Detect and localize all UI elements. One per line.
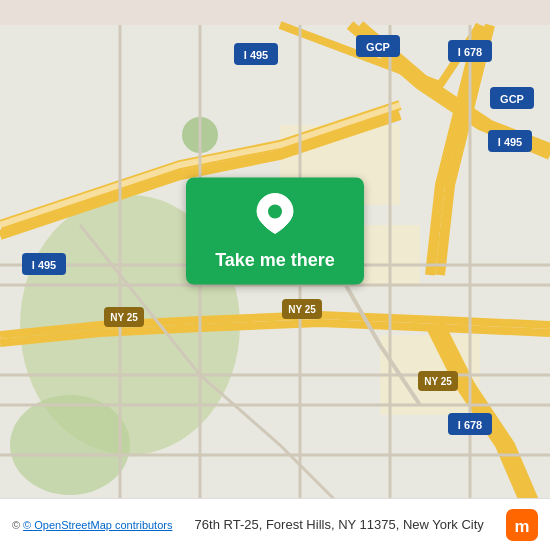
- svg-text:GCP: GCP: [366, 41, 390, 53]
- take-me-there-label: Take me there: [215, 250, 335, 271]
- location-pin-icon: [255, 192, 295, 242]
- svg-text:I 678: I 678: [458, 46, 482, 58]
- svg-text:m: m: [515, 516, 530, 535]
- svg-text:I 495: I 495: [32, 259, 56, 271]
- svg-point-27: [268, 205, 282, 219]
- osm-link[interactable]: © OpenStreetMap contributors: [23, 519, 172, 531]
- svg-point-2: [10, 395, 130, 495]
- map-attribution: © © OpenStreetMap contributors: [12, 519, 172, 531]
- copyright-symbol: ©: [12, 519, 20, 531]
- svg-text:I 495: I 495: [498, 136, 522, 148]
- svg-text:NY 25: NY 25: [110, 312, 138, 323]
- svg-text:I 678: I 678: [458, 419, 482, 431]
- take-me-there-button[interactable]: Take me there: [186, 178, 364, 285]
- map-container: I 495 I 495 I 495 I 678 I 678 GCP GCP NY…: [0, 0, 550, 550]
- moovit-logo: m: [506, 509, 538, 541]
- svg-text:GCP: GCP: [500, 93, 524, 105]
- svg-text:I 495: I 495: [244, 49, 268, 61]
- moovit-icon: m: [506, 509, 538, 541]
- svg-text:NY 25: NY 25: [288, 304, 316, 315]
- bottom-bar: © © OpenStreetMap contributors 76th RT-2…: [0, 498, 550, 550]
- svg-text:NY 25: NY 25: [424, 376, 452, 387]
- address-text: 76th RT-25, Forest Hills, NY 11375, New …: [172, 517, 506, 532]
